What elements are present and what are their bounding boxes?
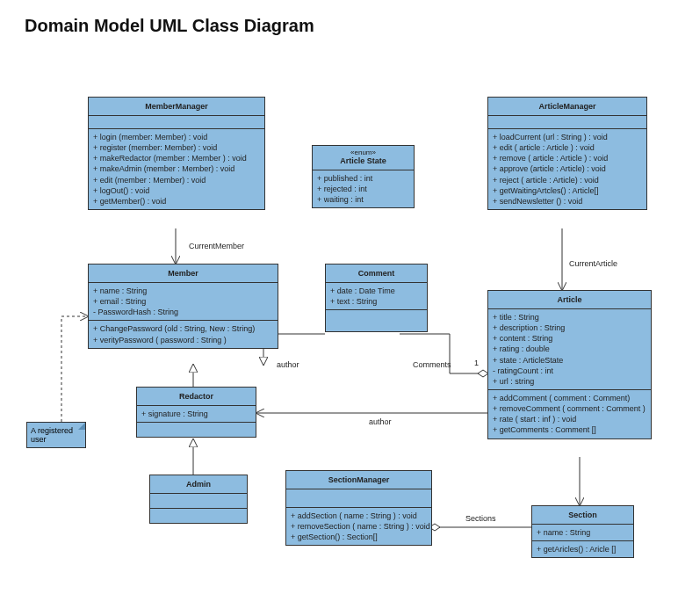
op: + addComment ( comment : Comment) [493, 393, 646, 403]
op: + removeComment ( comment : Comment ) [493, 403, 646, 414]
attr: + published : int [317, 173, 409, 184]
op: + register (member: Member) : void [93, 142, 260, 153]
class-title: Article State [313, 156, 414, 170]
attrs-section: + signature : String [137, 406, 256, 423]
attrs-section: + title : String + description : String … [488, 309, 651, 390]
op: + logOut() : void [93, 185, 260, 196]
op: + getSection() : Section[] [291, 532, 427, 542]
attr: + signature : String [141, 409, 251, 419]
class-title: SectionManager [286, 471, 431, 489]
stereotype: «enum» [313, 146, 414, 156]
class-title: Member [89, 265, 278, 283]
class-admin: Admin [149, 475, 248, 524]
label-author-1: author [277, 360, 299, 369]
class-title: MemberManager [89, 98, 264, 116]
attr: + waiting : int [317, 194, 409, 205]
class-title: Redactor [137, 388, 256, 406]
empty-ops [137, 423, 256, 437]
op: + makeAdmin (member : Member) : void [93, 163, 260, 174]
label-author-2: author [369, 417, 392, 426]
class-member-manager: MemberManager + login (member: Member) :… [88, 97, 265, 210]
op: + edit ( article : Article ) : void [493, 142, 642, 153]
op: + getComments : Comment [] [493, 424, 646, 435]
class-title: ArticleManager [488, 98, 646, 116]
empty-attrs [89, 116, 264, 129]
op: + addSection ( name : String ) : void [291, 511, 427, 521]
ops-section: + loadCurrent (url : String ) : void + e… [488, 129, 646, 209]
class-section: Section + name : String + getAricles() :… [531, 505, 634, 558]
op: + rate ( start : inf ) : void [493, 414, 646, 424]
note-text: A registered user [31, 426, 73, 444]
ops-section: + ChangePassword (old : String, New : St… [89, 321, 278, 347]
ops-section: + addComment ( comment : Comment) + remo… [488, 390, 651, 438]
attr: - PasswordHash : String [93, 307, 273, 317]
page-title: Domain Model UML Class Diagram [25, 16, 314, 36]
class-title: Admin [150, 475, 247, 494]
op: + approve (article : Article) : void [493, 163, 642, 174]
attr: + state : ArticleState [493, 355, 646, 366]
attrs-section: + name : String [532, 525, 633, 541]
class-article-manager: ArticleManager + loadCurrent (url : Stri… [487, 97, 647, 210]
attrs-section: + published : int + rejected : int + wai… [313, 170, 414, 207]
class-redactor: Redactor + signature : String [136, 387, 256, 438]
ops-section: + login (member: Member) : void + regist… [89, 129, 264, 209]
op: + remove ( article : Article ) : void [493, 153, 642, 163]
label-current-member: CurrentMember [189, 242, 244, 250]
label-sections: Sections [465, 514, 496, 523]
op: + verityPassword ( password : String ) [93, 335, 273, 345]
attr: + name : String [93, 286, 273, 296]
op: + getWaitingArtcles() : Article[] [493, 185, 642, 196]
empty-attrs [488, 116, 646, 129]
attr: + name : String [537, 527, 629, 538]
class-article-state: «enum» Article State + published : int +… [312, 145, 415, 208]
op: + getAricles() : Aricle [] [537, 544, 629, 554]
attr: + rating : double [493, 344, 646, 354]
note-registered-user: A registered user [26, 422, 86, 448]
op: + login (member: Member) : void [93, 132, 260, 142]
class-title: Article [488, 291, 651, 309]
attr: + rejected : int [317, 184, 409, 194]
class-title: Comment [326, 265, 427, 283]
label-one: 1 [474, 359, 479, 367]
empty-ops [150, 509, 247, 523]
op: + getMember() : void [93, 196, 260, 207]
attr: - ratingCount : int [493, 366, 646, 376]
label-comments: Comments [413, 360, 451, 369]
ops-section: + getAricles() : Aricle [] [532, 541, 633, 557]
op: + ChangePassword (old : String, New : St… [93, 323, 273, 334]
class-article: Article + title : String + description :… [487, 290, 652, 439]
class-comment: Comment + date : Date Time + text : Stri… [325, 264, 428, 332]
class-title: Section [532, 506, 633, 525]
empty-ops [326, 310, 427, 331]
op: + removeSection ( name : String ) : void [291, 521, 427, 532]
class-section-manager: SectionManager + addSection ( name : Str… [285, 470, 432, 546]
class-member: Member + name : String + email : String … [88, 264, 278, 349]
ops-section: + addSection ( name : String ) : void + … [286, 508, 431, 545]
op: + sendNewsletter () : void [493, 196, 642, 207]
op: + loadCurrent (url : String ) : void [493, 132, 642, 142]
attr: + description : String [493, 322, 646, 333]
attr: + content : String [493, 333, 646, 344]
attr: + url : string [493, 376, 646, 387]
empty-attrs [286, 489, 431, 508]
attr: + title : String [493, 312, 646, 322]
empty-attrs [150, 494, 247, 509]
attr: + text : String [330, 296, 422, 307]
op: + edit (member : Member) : void [93, 175, 260, 185]
label-current-article: CurrentArticle [569, 259, 617, 268]
attr: + date : Date Time [330, 286, 422, 296]
attrs-section: + name : String + email : String - Passw… [89, 283, 278, 321]
op: + reject ( article : Article) : void [493, 175, 642, 185]
attrs-section: + date : Date Time + text : String [326, 283, 427, 310]
op: + makeRedactor (member : Member ) : void [93, 153, 260, 163]
attr: + email : String [93, 296, 273, 307]
